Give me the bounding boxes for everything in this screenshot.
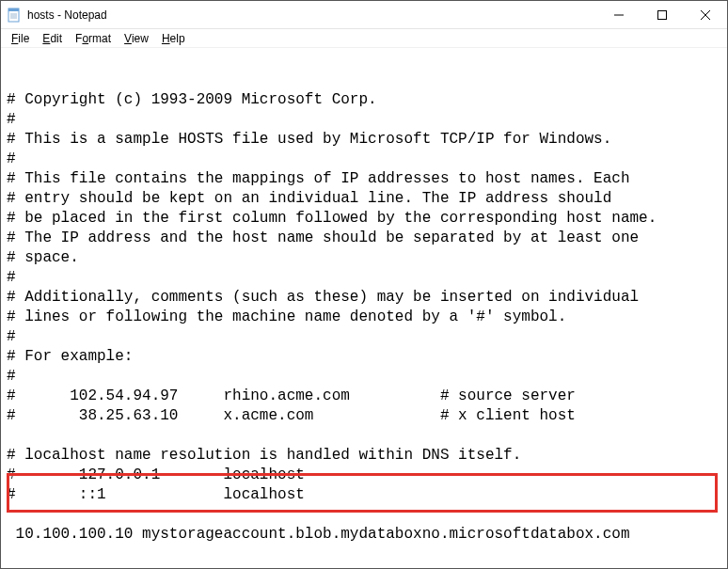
editor-line: # be placed in the first column followed… <box>7 209 721 229</box>
editor-line: # For example: <box>7 347 721 367</box>
editor-line: # Copyright (c) 1993-2009 Microsoft Corp… <box>7 90 721 110</box>
menu-format[interactable]: Format <box>69 31 118 46</box>
menu-view[interactable]: View <box>118 31 155 46</box>
editor-line: # Additionally, comments (such as these)… <box>7 288 721 308</box>
window-title: hosts - Notepad <box>27 8 107 22</box>
editor-line: # lines or following the machine name de… <box>7 308 721 327</box>
maximize-button[interactable] <box>641 1 684 28</box>
editor-line: # ::1 localhost <box>7 485 721 505</box>
editor-line: # entry should be kept on an individual … <box>7 189 721 209</box>
editor-line: # This is a sample HOSTS file used by Mi… <box>7 130 721 150</box>
editor-line: # <box>7 327 721 347</box>
menu-file[interactable]: File <box>5 31 36 46</box>
title-left: hosts - Notepad <box>1 8 597 23</box>
editor-line: # 127.0.0.1 localhost <box>7 466 721 485</box>
editor-line <box>7 545 721 564</box>
editor-line: # The IP address and the host name shoul… <box>7 229 721 248</box>
menu-help[interactable]: Help <box>155 31 192 46</box>
editor-line: # 102.54.94.97 rhino.acme.com # source s… <box>7 387 721 406</box>
notepad-icon <box>7 8 22 23</box>
menubar: File Edit Format View Help <box>1 29 727 48</box>
editor-area[interactable]: # Copyright (c) 1993-2009 Microsoft Corp… <box>1 48 727 568</box>
editor-line <box>7 505 721 525</box>
editor-line: # space. <box>7 248 721 268</box>
window-controls <box>597 1 727 28</box>
svg-rect-1 <box>8 8 19 11</box>
close-button[interactable] <box>684 1 727 28</box>
editor-line <box>7 426 721 446</box>
editor-line: # <box>7 367 721 387</box>
titlebar: hosts - Notepad <box>1 1 727 29</box>
svg-rect-6 <box>658 10 667 19</box>
editor-line: # 38.25.63.10 x.acme.com # x client host <box>7 406 721 426</box>
minimize-button[interactable] <box>597 1 641 28</box>
menu-edit[interactable]: Edit <box>36 31 69 46</box>
editor-line: # <box>7 110 721 130</box>
editor-line: 10.100.100.10 mystorageaccount.blob.myda… <box>7 525 721 545</box>
editor-line: # This file contains the mappings of IP … <box>7 169 721 189</box>
editor-line: # <box>7 150 721 169</box>
editor-line: # <box>7 268 721 288</box>
editor-line: # localhost name resolution is handled w… <box>7 446 721 466</box>
